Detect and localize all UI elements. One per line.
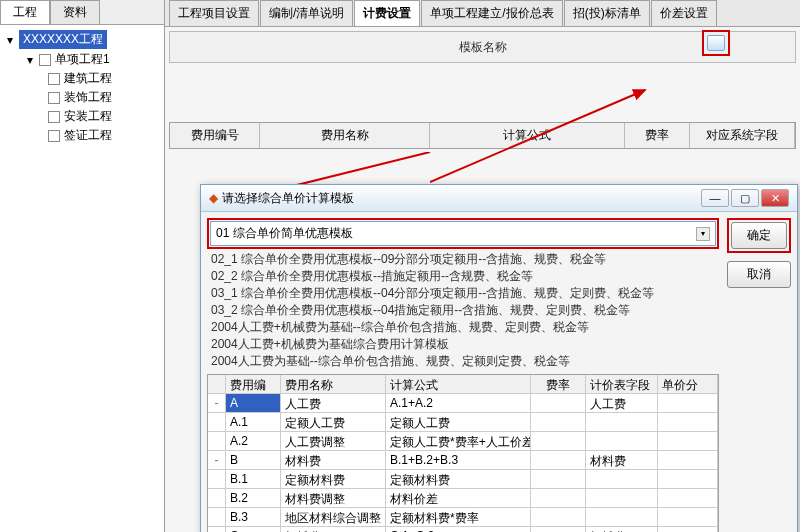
gh-rate: 费率 [531,375,586,393]
expand-icon[interactable]: ▾ [4,34,16,46]
cell-expand[interactable] [208,413,226,431]
grid-row[interactable]: -B材料费B.1+B.2+B.3材料费 [208,451,718,470]
cell-id: A [226,394,281,412]
template-option[interactable]: 2004人工费为基础--综合单价包含措施、规费、定额则定费、税金等 [211,353,715,370]
cell-expand[interactable]: - [208,451,226,469]
ok-button[interactable]: 确定 [731,222,787,249]
cell-rate [531,432,586,450]
cell-expand[interactable] [208,432,226,450]
col-formula: 计算公式 [430,123,625,148]
cell-rate [531,413,586,431]
tab-edit-desc[interactable]: 编制/清单说明 [260,0,353,26]
cell-expand[interactable] [208,508,226,526]
cell-unit [658,508,718,526]
grid-row[interactable]: B.2材料费调整材料价差 [208,489,718,508]
cell-name: 机械费 [281,527,386,532]
cell-field [586,413,658,431]
cell-expand[interactable]: - [208,394,226,412]
doc-icon [48,92,60,104]
grid-header: 费用编 费用名称 计算公式 费率 计价表字段 单价分 [208,375,718,394]
grid-row[interactable]: -C机械费C.1+C.2机械费 [208,527,718,532]
tab-bidding[interactable]: 招(投)标清单 [564,0,650,26]
cell-rate [531,527,586,532]
cell-rate [531,394,586,412]
grid-row[interactable]: B.1定额材料费定额材料费 [208,470,718,489]
dialog-titlebar[interactable]: ◆请选择综合单价计算模板 — ▢ ✕ [201,185,797,212]
tree-root-label: XXXXXXX工程 [19,30,107,49]
cell-expand[interactable] [208,470,226,488]
tab-fee-settings[interactable]: 计费设置 [354,0,420,26]
cell-field: 材料费 [586,451,658,469]
cell-field [586,508,658,526]
gh-name: 费用名称 [281,375,386,393]
cell-id: B.2 [226,489,281,507]
col-fee-name: 费用名称 [260,123,430,148]
cell-unit [658,413,718,431]
cell-unit [658,527,718,532]
cell-unit [658,489,718,507]
tree-leaf-label: 签证工程 [64,127,112,144]
tab-unit-project[interactable]: 单项工程建立/报价总表 [421,0,562,26]
cell-formula: B.1+B.2+B.3 [386,451,531,469]
grid-row[interactable]: B.3地区材料综合调整定额材料费*费率 [208,508,718,527]
template-option[interactable]: 02_2 综合单价全费用优惠模板--措施定额用--含规费、税金等 [211,268,715,285]
grid-row[interactable]: A.2人工费调整定额人工费*费率+人工价差 [208,432,718,451]
template-combobox[interactable]: 01 综合单价简单优惠模板 ▾ [210,221,716,246]
cell-formula: 材料价差 [386,489,531,507]
cell-formula: 定额人工费 [386,413,531,431]
cell-name: 人工费调整 [281,432,386,450]
cell-field [586,470,658,488]
tab-price-diff[interactable]: 价差设置 [651,0,717,26]
col-sys-field: 对应系统字段 [690,123,795,148]
close-button[interactable]: ✕ [761,189,789,207]
expand-icon[interactable]: ▾ [24,54,36,66]
cancel-button[interactable]: 取消 [727,261,791,288]
tree-root[interactable]: ▾ XXXXXXX工程 [4,29,160,50]
left-tab-project[interactable]: 工程 [0,0,50,24]
cell-formula: C.1+C.2 [386,527,531,532]
cell-unit [658,451,718,469]
select-template-button[interactable] [707,35,725,51]
tree-leaf-label: 安装工程 [64,108,112,125]
tree-leaf[interactable]: 安装工程 [4,107,160,126]
doc-icon [48,73,60,85]
ok-highlight: 确定 [727,218,791,253]
cell-formula: 定额人工费*费率+人工价差 [386,432,531,450]
cell-expand[interactable]: - [208,527,226,532]
template-option[interactable]: 03_2 综合单价全费用优惠模板--04措施定额用--含措施、规费、定则费、税金… [211,302,715,319]
cell-expand[interactable] [208,489,226,507]
grid-row[interactable]: -A人工费A.1+A.2人工费 [208,394,718,413]
folder-icon [39,54,51,66]
tree-leaf-label: 装饰工程 [64,89,112,106]
cell-field: 机械费 [586,527,658,532]
tree-leaf[interactable]: 装饰工程 [4,88,160,107]
left-tab-data[interactable]: 资料 [50,0,100,24]
cell-id: B [226,451,281,469]
tree-leaf[interactable]: 建筑工程 [4,69,160,88]
template-option[interactable]: 2004人工费+机械费为基础--综合单价包含措施、规费、定则费、税金等 [211,319,715,336]
tree-leaf[interactable]: 签证工程 [4,126,160,145]
cell-unit [658,432,718,450]
template-button-highlight [702,30,730,56]
template-option[interactable]: 02_1 综合单价全费用优惠模板--09分部分项定额用--含措施、规费、税金等 [211,251,715,268]
cell-rate [531,451,586,469]
template-option[interactable]: 2004人工费+机械费为基础综合费用计算模板 [211,336,715,353]
dropdown-icon[interactable]: ▾ [696,227,710,241]
col-fee-id: 费用编号 [170,123,260,148]
cell-formula: A.1+A.2 [386,394,531,412]
tree-sub[interactable]: ▾ 单项工程1 [4,50,160,69]
template-select-dialog: ◆请选择综合单价计算模板 — ▢ ✕ 01 综合单价简单优惠模板 ▾ 02_1 … [200,184,798,532]
maximize-button[interactable]: ▢ [731,189,759,207]
minimize-button[interactable]: — [701,189,729,207]
fee-grid: 费用编 费用名称 计算公式 费率 计价表字段 单价分 -A人工费A.1+A.2人… [207,374,719,532]
cell-rate [531,508,586,526]
cell-formula: 定额材料费*费率 [386,508,531,526]
cell-rate [531,470,586,488]
cell-field [586,489,658,507]
template-option[interactable]: 03_1 综合单价全费用优惠模板--04分部分项定额用--含措施、规费、定则费、… [211,285,715,302]
tab-project-settings[interactable]: 工程项目设置 [169,0,259,26]
app-icon: ◆ [209,191,218,205]
top-tabs: 工程项目设置 编制/清单说明 计费设置 单项工程建立/报价总表 招(投)标清单 … [165,0,800,27]
gh-expand [208,375,226,393]
grid-row[interactable]: A.1定额人工费定额人工费 [208,413,718,432]
